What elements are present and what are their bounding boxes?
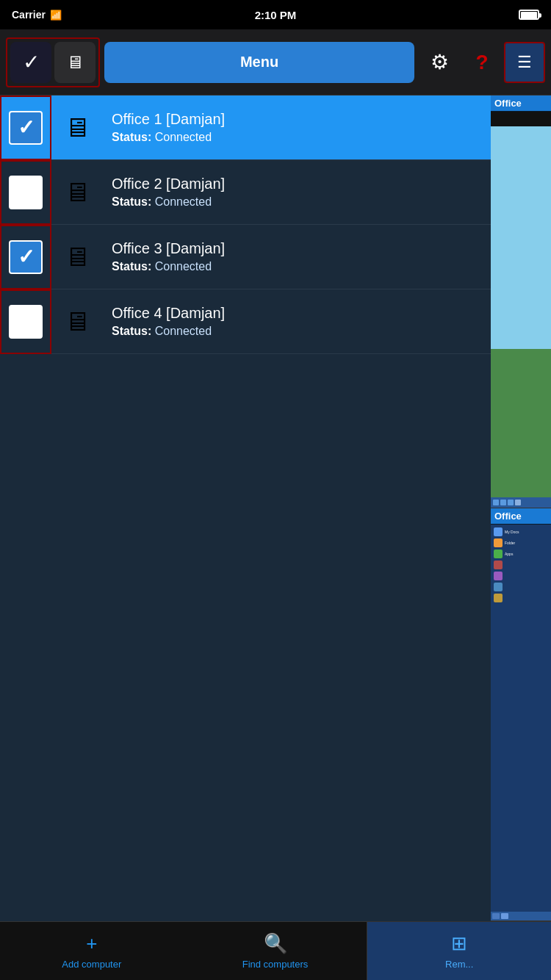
computer-item[interactable]: ✓ 🖥 Office 3 [Damjan] Status: Connected	[0, 225, 491, 289]
checkmark-icon-1: ✓	[18, 115, 35, 140]
item-info-3: Office 3 [Damjan] Status: Connected	[103, 240, 491, 273]
help-icon: ?	[475, 51, 488, 74]
carrier-label: Carrier	[12, 9, 46, 21]
item-checkbox-1[interactable]: ✓	[0, 96, 51, 160]
toolbar-checkbox-group: ✓ 🖥	[6, 37, 100, 87]
search-icon: 🔍	[264, 932, 287, 955]
preview-icons-2: My Docs Folder Apps	[491, 525, 551, 605]
add-computer-tab[interactable]: + Add computer	[0, 922, 184, 980]
preview-taskbar-2	[491, 912, 551, 920]
item-status-4: Status: Connected	[112, 325, 482, 338]
gear-icon: ⚙	[431, 50, 449, 74]
item-monitor-icon-4: 🖥	[51, 306, 103, 337]
item-checkbox-3[interactable]: ✓	[0, 225, 51, 289]
item-status-2: Status: Connected	[112, 195, 482, 209]
status-bar-right	[519, 10, 539, 20]
preview-label-2: Office	[491, 508, 551, 524]
status-value-2: Connected	[155, 195, 212, 208]
checkbox-unchecked-4	[9, 305, 43, 339]
item-checkbox-4[interactable]	[0, 289, 51, 354]
checkbox-checked-1: ✓	[9, 111, 43, 145]
preview-screen-1	[491, 112, 551, 508]
status-bar: Carrier 📶 2:10 PM	[0, 0, 551, 29]
remote-label: Rem...	[445, 959, 473, 970]
preview-card-1[interactable]: Office	[491, 96, 551, 508]
add-icon: +	[86, 932, 97, 955]
item-info-2: Office 2 [Damjan] Status: Connected	[103, 176, 491, 209]
item-status-1: Status: Connected	[112, 131, 482, 144]
status-value-3: Connected	[155, 260, 212, 273]
toolbar-screen-button[interactable]: 🖥	[54, 42, 96, 83]
item-name-3: Office 3 [Damjan]	[112, 240, 482, 257]
time-label: 2:10 PM	[255, 9, 297, 21]
battery-icon	[519, 10, 539, 20]
computer-item[interactable]: ✓ 🖥 Office 1 [Damjan] Status: Connected	[0, 96, 491, 160]
computer-item[interactable]: 🖥 Office 2 [Damjan] Status: Connected	[0, 160, 491, 225]
computer-item[interactable]: 🖥 Office 4 [Damjan] Status: Connected	[0, 289, 491, 354]
item-monitor-icon-2: 🖥	[51, 177, 103, 208]
status-value-1: Connected	[155, 131, 212, 143]
status-label-3: Status:	[112, 260, 155, 273]
item-info-4: Office 4 [Damjan] Status: Connected	[103, 305, 491, 338]
status-label-2: Status:	[112, 195, 155, 208]
item-name-4: Office 4 [Damjan]	[112, 305, 482, 322]
tab-bar: + Add computer 🔍 Find computers ⊞ Rem...	[0, 921, 551, 980]
item-info-1: Office 1 [Damjan] Status: Connected	[103, 111, 491, 144]
toolbar: ✓ 🖥 Menu ⚙ ? ☰	[0, 29, 551, 96]
list-icon: ☰	[517, 53, 532, 72]
main-area: ✓ 🖥 Office 1 [Damjan] Status: Connected …	[0, 96, 551, 921]
preview-label-1: Office	[491, 96, 551, 111]
find-computers-tab[interactable]: 🔍 Find computers	[184, 922, 367, 980]
item-monitor-icon-3: 🖥	[51, 242, 103, 273]
status-label-1: Status:	[112, 131, 155, 143]
computer-list: ✓ 🖥 Office 1 [Damjan] Status: Connected …	[0, 96, 491, 921]
list-view-button[interactable]: ☰	[504, 42, 545, 83]
monitor-icon: 🖥	[66, 52, 84, 73]
right-panel: Office Office My Docs	[491, 96, 551, 921]
remote-icon: ⊞	[451, 932, 467, 955]
settings-button[interactable]: ⚙	[419, 42, 460, 83]
item-checkbox-2[interactable]	[0, 160, 51, 225]
checkmark-icon: ✓	[23, 50, 40, 74]
toolbar-check-button[interactable]: ✓	[10, 42, 51, 83]
help-button[interactable]: ?	[464, 42, 500, 83]
checkbox-checked-3: ✓	[9, 240, 43, 274]
checkmark-icon-3: ✓	[18, 245, 35, 269]
remote-tab[interactable]: ⊞ Rem...	[367, 922, 551, 980]
checkbox-unchecked-2	[9, 176, 43, 209]
status-bar-left: Carrier 📶	[12, 9, 62, 21]
add-computer-label: Add computer	[62, 959, 121, 970]
item-status-3: Status: Connected	[112, 260, 482, 273]
item-monitor-icon-1: 🖥	[51, 112, 103, 143]
preview-taskbar-1	[491, 497, 551, 508]
preview-card-2[interactable]: Office My Docs Folder Apps	[491, 508, 551, 921]
item-name-1: Office 1 [Damjan]	[112, 111, 482, 128]
find-computers-label: Find computers	[242, 959, 309, 970]
menu-button[interactable]: Menu	[104, 42, 414, 83]
status-label-4: Status:	[112, 325, 155, 337]
wifi-icon: 📶	[50, 10, 62, 21]
status-value-4: Connected	[155, 325, 212, 337]
preview-screen-2: My Docs Folder Apps	[491, 525, 551, 920]
item-name-2: Office 2 [Damjan]	[112, 176, 482, 192]
